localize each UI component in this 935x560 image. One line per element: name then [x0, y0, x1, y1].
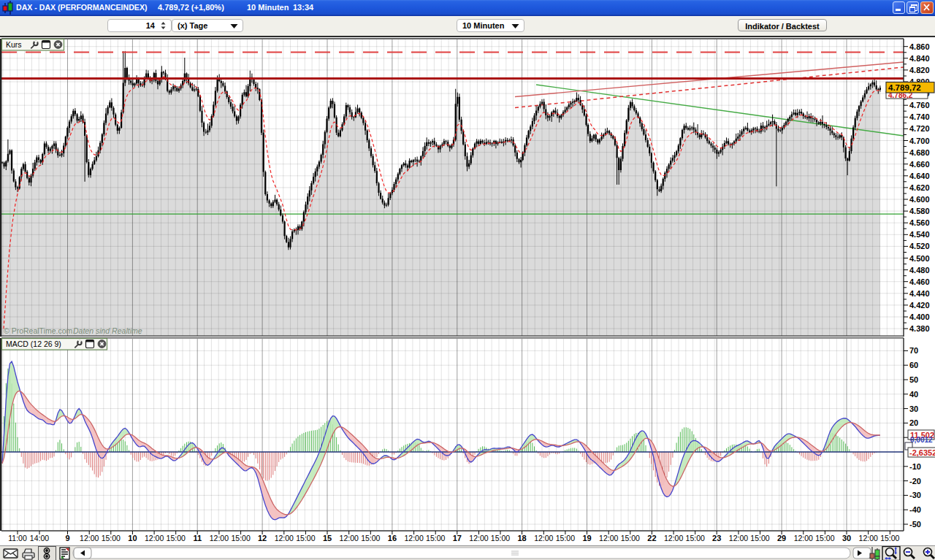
svg-text:15: 15 [323, 534, 332, 542]
svg-text:© ProRealTime.com: © ProRealTime.com [4, 326, 73, 335]
svg-text:4.560: 4.560 [909, 218, 930, 227]
svg-text:-40: -40 [909, 505, 921, 514]
svg-text:15:00: 15:00 [750, 534, 769, 542]
svg-text:16: 16 [388, 534, 397, 542]
svg-text:12:00: 12:00 [729, 534, 748, 542]
svg-text:12:00: 12:00 [664, 534, 683, 542]
svg-text:19: 19 [582, 534, 591, 542]
svg-text:12:00: 12:00 [275, 534, 294, 542]
svg-text:15:00: 15:00 [556, 534, 575, 542]
svg-text:15:00: 15:00 [167, 534, 186, 542]
svg-text:4.600: 4.600 [909, 195, 930, 204]
svg-text:4.680: 4.680 [909, 148, 930, 157]
svg-text:14:00: 14:00 [30, 534, 49, 542]
svg-text:15:00: 15:00 [296, 534, 315, 542]
svg-text:4.740: 4.740 [909, 112, 930, 121]
svg-text:4.760: 4.760 [909, 101, 930, 110]
svg-text:-20: -20 [909, 477, 921, 486]
svg-text:30: 30 [909, 404, 918, 413]
svg-text:4.789,72: 4.789,72 [888, 83, 921, 92]
svg-text:29: 29 [777, 534, 786, 542]
svg-text:15:00: 15:00 [491, 534, 510, 542]
svg-text:4.500: 4.500 [909, 254, 930, 263]
svg-text:4.480: 4.480 [909, 266, 930, 275]
svg-text:4.460: 4.460 [909, 277, 930, 286]
svg-text:4.820: 4.820 [909, 66, 930, 74]
svg-text:15:00: 15:00 [102, 534, 121, 542]
svg-text:4.720: 4.720 [909, 124, 930, 133]
svg-text:0,0012: 0,0012 [910, 436, 933, 444]
svg-text:15:00: 15:00 [426, 534, 445, 542]
svg-text:12:00: 12:00 [210, 534, 229, 542]
svg-text:Kurs: Kurs [6, 40, 22, 49]
svg-text:12:00: 12:00 [404, 534, 423, 542]
svg-text:4.380: 4.380 [909, 324, 930, 333]
svg-text:-10: -10 [909, 462, 921, 471]
svg-text:12:00: 12:00 [469, 534, 488, 542]
svg-text:12:00: 12:00 [145, 534, 164, 542]
svg-text:18: 18 [517, 534, 526, 542]
svg-text:15:00: 15:00 [621, 534, 640, 542]
svg-text:23: 23 [712, 534, 721, 542]
svg-text:Daten sind Realtime: Daten sind Realtime [73, 326, 142, 335]
svg-text:-50: -50 [909, 520, 921, 529]
svg-text:60: 60 [909, 361, 918, 369]
svg-text:12: 12 [258, 534, 267, 542]
svg-text:15:00: 15:00 [815, 534, 834, 542]
svg-text:70: 70 [909, 346, 918, 355]
svg-text:4.540: 4.540 [909, 230, 930, 239]
svg-text:15:00: 15:00 [231, 534, 250, 542]
svg-text:4.400: 4.400 [909, 312, 930, 321]
svg-text:4.440: 4.440 [909, 289, 930, 298]
svg-text:11: 11 [193, 534, 202, 542]
svg-text:15:00: 15:00 [361, 534, 380, 542]
svg-text:4.840: 4.840 [909, 54, 930, 63]
svg-text:12:00: 12:00 [534, 534, 553, 542]
svg-text:-2,6352: -2,6352 [909, 448, 935, 457]
svg-text:15:00: 15:00 [880, 534, 899, 542]
svg-text:30: 30 [842, 534, 851, 542]
svg-text:12:00: 12:00 [859, 534, 878, 542]
svg-text:4.420: 4.420 [909, 301, 930, 310]
svg-text:20: 20 [909, 418, 918, 427]
svg-text:4.860: 4.860 [909, 42, 930, 51]
svg-text:12:00: 12:00 [80, 534, 99, 542]
svg-text:4.620: 4.620 [909, 183, 930, 192]
svg-text:15:00: 15:00 [686, 534, 705, 542]
svg-text:22: 22 [647, 534, 656, 542]
svg-text:4.700: 4.700 [909, 137, 930, 145]
svg-text:12:00: 12:00 [794, 534, 813, 542]
svg-text:50: 50 [909, 375, 918, 384]
svg-text:-30: -30 [909, 491, 921, 499]
svg-text:40: 40 [909, 390, 918, 399]
svg-text:4.580: 4.580 [909, 207, 930, 215]
svg-text:9: 9 [65, 534, 69, 542]
svg-text:4.520: 4.520 [909, 242, 930, 250]
svg-text:MACD (12 26 9): MACD (12 26 9) [6, 340, 61, 348]
svg-text:10: 10 [128, 534, 137, 542]
svg-text:4.660: 4.660 [909, 160, 930, 169]
svg-text:12:00: 12:00 [340, 534, 359, 542]
svg-text:4.640: 4.640 [909, 172, 930, 180]
svg-text:12:00: 12:00 [599, 534, 618, 542]
svg-text:17: 17 [453, 534, 462, 542]
svg-text:11:00: 11:00 [8, 534, 27, 542]
